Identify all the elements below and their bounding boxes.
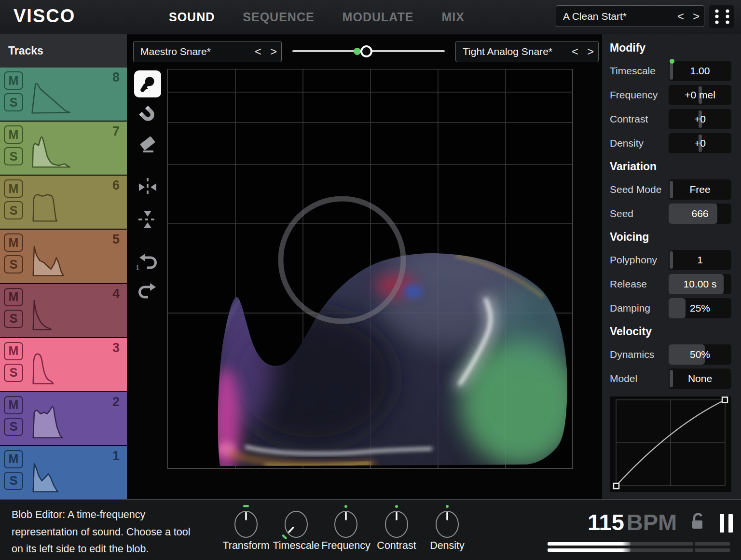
track-row[interactable]: M S 3: [0, 338, 127, 391]
track-row[interactable]: M S 1: [0, 446, 127, 499]
release-field[interactable]: 10.00 s: [669, 274, 731, 294]
magnet-tool-button[interactable]: [134, 101, 161, 128]
knob-icon: [281, 505, 312, 541]
grid-menu-button[interactable]: [709, 5, 734, 28]
solo-button[interactable]: S: [4, 364, 23, 382]
damping-field[interactable]: 25%: [669, 298, 731, 318]
blob-editor-canvas[interactable]: [167, 69, 573, 469]
morph-b-prev-button[interactable]: <: [567, 45, 583, 58]
solo-button[interactable]: S: [4, 201, 23, 219]
param-label: Release: [610, 278, 647, 290]
tempo-lock-button[interactable]: [689, 511, 705, 534]
eraser-tool-button[interactable]: [134, 132, 161, 159]
mirror-vertical-button[interactable]: [134, 206, 161, 233]
tab-modulate[interactable]: MODULATE: [343, 10, 414, 24]
track-number: 2: [112, 395, 120, 410]
bpm-display: 115 BPM: [588, 509, 677, 535]
push-tool-icon: [138, 75, 157, 93]
knob-icon: [330, 505, 361, 541]
app-window: VISCO SOUND SEQUENCE MODULATE MIX A Clea…: [0, 0, 741, 560]
dynamics-field[interactable]: 50%: [669, 344, 731, 365]
mute-button[interactable]: M: [4, 179, 23, 198]
track-waveform: [30, 242, 84, 279]
morph-b-next-button[interactable]: >: [583, 45, 598, 58]
push-tool-button[interactable]: [134, 70, 161, 97]
transform-knob[interactable]: [231, 505, 261, 541]
track-number: 8: [112, 70, 120, 85]
global-preset-name: A Clean Start*: [556, 11, 673, 22]
redo-icon: [137, 280, 158, 301]
solo-button[interactable]: S: [4, 147, 23, 165]
mirror-vertical-icon: [137, 209, 158, 230]
param-row: Timescale 1.00: [610, 59, 731, 83]
knob-label-density: Density: [411, 540, 483, 552]
param-row: Release 10.00 s: [610, 272, 731, 296]
mute-button[interactable]: M: [4, 125, 23, 144]
morph-slider-marker: [354, 48, 361, 55]
mute-button[interactable]: M: [4, 71, 23, 90]
frequency-knob[interactable]: [330, 505, 361, 541]
morph-slider-handle[interactable]: [360, 45, 372, 57]
solo-button[interactable]: S: [4, 310, 23, 328]
tracks-list: M S 8 M S 7 M S 6 M S 5: [0, 68, 127, 499]
mute-button[interactable]: M: [4, 450, 23, 468]
track-row[interactable]: M S 5: [0, 230, 127, 283]
timescale-knob[interactable]: [281, 505, 312, 541]
bpm-value[interactable]: 115: [588, 509, 624, 535]
global-preset-selector[interactable]: A Clean Start* < >: [556, 5, 704, 27]
grid-menu-icon: [709, 5, 734, 28]
parameters-panel: Modify Timescale 1.00 Frequency +0 mel C…: [602, 34, 741, 499]
app-logo: VISCO: [14, 6, 75, 27]
track-row[interactable]: M S 6: [0, 176, 127, 229]
seed-mode-field[interactable]: Free: [669, 179, 731, 200]
tab-sound[interactable]: SOUND: [169, 10, 215, 24]
redo-button[interactable]: [134, 277, 161, 304]
section-header-variation: Variation: [610, 155, 731, 178]
morph-source-b-selector[interactable]: Tight Analog Snare* < >: [455, 41, 599, 62]
solo-button[interactable]: S: [4, 255, 23, 273]
mute-button[interactable]: M: [4, 342, 23, 360]
preset-prev-button[interactable]: <: [673, 10, 688, 23]
track-row[interactable]: M S 8: [0, 68, 127, 121]
density-knob[interactable]: [432, 505, 463, 541]
preset-next-button[interactable]: >: [688, 10, 704, 23]
param-row: Contrast +0: [610, 107, 731, 131]
contrast-field[interactable]: +0: [669, 109, 731, 129]
polyphony-field[interactable]: 1: [669, 250, 731, 270]
knob-icon: [381, 505, 412, 541]
timescale-field[interactable]: 1.00: [669, 61, 731, 81]
param-row: Seed Mode Free: [610, 178, 731, 202]
solo-button[interactable]: S: [4, 418, 23, 436]
curve-handle-start[interactable]: [614, 483, 619, 489]
solo-button[interactable]: S: [4, 472, 23, 490]
velocity-model-field[interactable]: None: [669, 369, 731, 389]
param-label: Seed Mode: [610, 184, 661, 195]
curve-handle-end[interactable]: [722, 397, 727, 403]
param-label: Timescale: [610, 65, 656, 77]
mute-button[interactable]: M: [4, 288, 23, 306]
solo-button[interactable]: S: [4, 93, 23, 111]
mute-button[interactable]: M: [4, 396, 23, 414]
morph-a-prev-button[interactable]: <: [250, 45, 266, 58]
mute-button[interactable]: M: [4, 233, 23, 252]
track-row[interactable]: M S 4: [0, 284, 127, 337]
pause-button[interactable]: [720, 514, 733, 533]
track-row[interactable]: M S 2: [0, 392, 127, 445]
track-waveform: [30, 404, 84, 441]
contrast-knob[interactable]: [381, 505, 412, 541]
param-label: Frequency: [610, 89, 658, 101]
tab-mix[interactable]: MIX: [441, 10, 464, 24]
track-row[interactable]: M S 7: [0, 122, 127, 175]
tab-sequence[interactable]: SEQUENCE: [243, 10, 314, 24]
output-meter-bottom: [548, 548, 693, 552]
velocity-curve-editor[interactable]: [610, 396, 731, 492]
morph-source-a-selector[interactable]: Maestro Snare* < >: [133, 41, 282, 62]
density-field[interactable]: +0: [669, 133, 731, 153]
mirror-horizontal-button[interactable]: [134, 174, 161, 201]
seed-field[interactable]: 666: [669, 204, 731, 224]
param-value: 50%: [690, 349, 710, 360]
morph-a-next-button[interactable]: >: [266, 45, 281, 58]
track-waveform: [30, 458, 84, 495]
frequency-field[interactable]: +0 mel: [669, 85, 731, 105]
param-row: Density +0: [610, 131, 731, 155]
